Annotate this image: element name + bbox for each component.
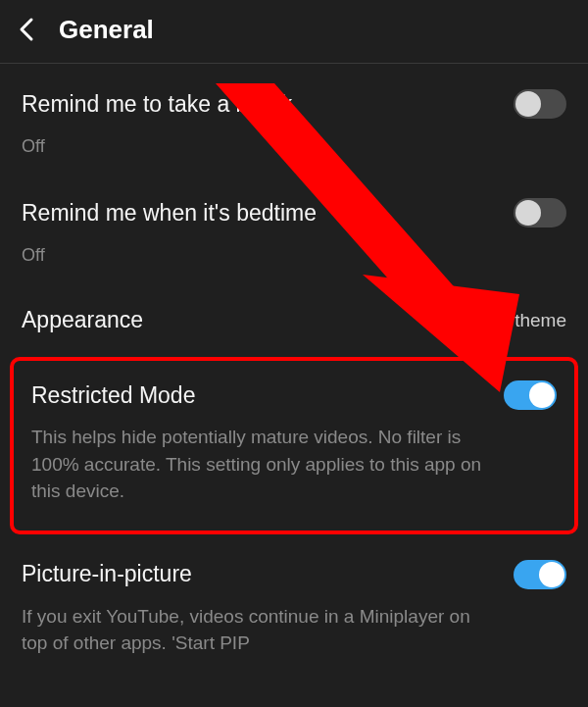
- pip-toggle[interactable]: [514, 560, 566, 589]
- setting-remind-break[interactable]: Remind me to take a break Off: [0, 64, 588, 173]
- annotation-highlight-box: Restricted Mode This helps hide potentia…: [10, 357, 578, 534]
- setting-pip[interactable]: Picture-in-picture If you exit YouTube, …: [0, 534, 588, 657]
- setting-remind-bedtime[interactable]: Remind me when it's bedtime Off: [0, 173, 588, 281]
- remind-break-status: Off: [22, 136, 566, 157]
- setting-appearance[interactable]: Appearance Dark theme: [0, 281, 588, 339]
- remind-bedtime-status: Off: [22, 245, 566, 266]
- restricted-mode-toggle[interactable]: [504, 380, 557, 410]
- remind-break-title: Remind me to take a break: [22, 91, 292, 118]
- remind-bedtime-toggle[interactable]: [514, 198, 566, 227]
- header: General: [0, 0, 588, 64]
- pip-title: Picture-in-picture: [22, 561, 192, 587]
- appearance-value: Dark theme: [470, 310, 566, 331]
- remind-bedtime-title: Remind me when it's bedtime: [22, 200, 317, 227]
- back-icon[interactable]: [8, 10, 47, 49]
- page-title: General: [59, 15, 154, 45]
- appearance-title: Appearance: [22, 307, 143, 333]
- restricted-mode-description: This helps hide potentially mature video…: [31, 424, 502, 505]
- pip-description: If you exit YouTube, videos continue in …: [22, 603, 472, 657]
- setting-restricted-mode[interactable]: Restricted Mode: [31, 380, 557, 410]
- remind-break-toggle[interactable]: [514, 89, 566, 119]
- restricted-mode-title: Restricted Mode: [31, 382, 195, 409]
